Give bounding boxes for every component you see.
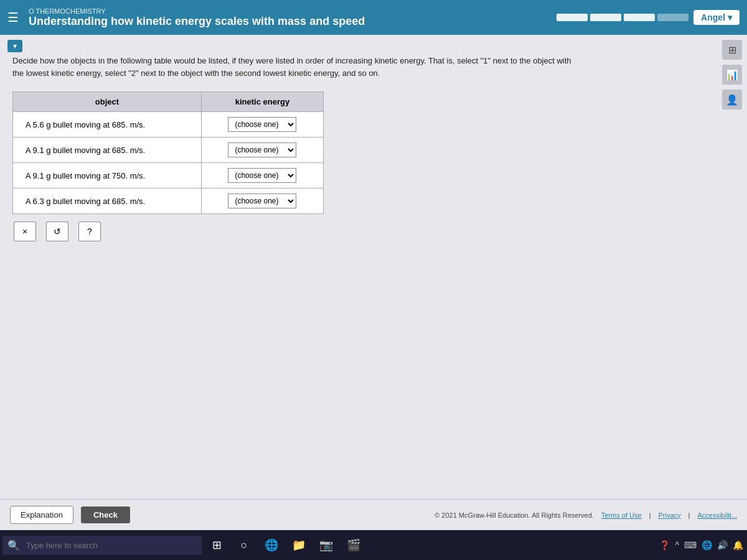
person-icon-button[interactable]: 👤 [722,90,742,110]
grid-icon-button[interactable]: ⊞ [722,40,742,60]
object-cell-0: A 5.6 g bullet moving at 685. m/s. [13,112,202,138]
copyright-text: © 2021 McGraw-Hill Education. All Rights… [435,511,594,519]
keyboard-icon[interactable]: ⌨ [683,539,698,551]
terms-link[interactable]: Terms of Use [601,511,642,519]
kinetic-select-2[interactable]: (choose one)1234 [228,168,296,183]
close-icon: × [22,226,27,236]
edge-icon: 🌐 [265,538,278,552]
undo-icon: ↺ [54,226,61,236]
kinetic-cell-0: (choose one)1234 [201,112,323,138]
close-button[interactable]: × [14,222,36,241]
top-bar-title: O THERMOCHEMISTRY Understanding how kine… [29,7,365,28]
table-row: A 9.1 g bullet moving at 685. m/s.(choos… [13,138,324,163]
help-button[interactable]: ? [78,222,101,241]
progress-segment-4 [657,14,688,21]
person-icon: 👤 [726,94,738,106]
camera-icon: 📷 [319,538,333,552]
separator-1: | [649,511,651,519]
bottom-bar: Explanation Check © 2021 McGraw-Hill Edu… [0,499,747,530]
chart-icon-button[interactable]: 📊 [722,65,742,85]
network-icon[interactable]: 🌐 [700,539,713,551]
chart-icon: 📊 [726,69,738,81]
bottom-right: © 2021 McGraw-Hill Education. All Rights… [435,511,737,519]
table-row: A 9.1 g bullet moving at 750. m/s.(choos… [13,163,324,189]
taskbar-media-button[interactable]: 🎬 [341,533,366,558]
taskbar-camera-button[interactable]: 📷 [314,533,339,558]
kinetic-energy-table: object kinetic energy A 5.6 g bullet mov… [12,91,324,214]
undo-button[interactable]: ↺ [46,222,68,241]
folder-icon: 📁 [292,538,306,552]
taskbar: 🔍 ⊞ ○ 🌐 📁 📷 🎬 ❓ ^ ⌨ 🌐 🔊 🔔 [0,530,747,560]
kinetic-select-3[interactable]: (choose one)1234 [228,194,296,208]
privacy-link[interactable]: Privacy [659,511,681,519]
kinetic-select-0[interactable]: (choose one)1234 [228,117,296,132]
accessibility-link[interactable]: Accessibilit... [697,511,737,519]
top-bar-right: Angel ▾ [557,10,740,25]
notification-icon[interactable]: 🔔 [731,539,745,551]
progress-segment-2 [590,14,621,21]
main-content: Decide how the objects in the following … [0,35,747,499]
taskbar-search-wrapper: 🔍 [2,536,202,555]
progress-segment-3 [624,14,655,21]
search-icon: 🔍 [7,539,20,551]
taskbar-windows-button[interactable]: ⊞ [204,533,229,558]
table-row: A 6.3 g bullet moving at 685. m/s.(choos… [13,189,324,214]
kinetic-cell-2: (choose one)1234 [201,163,323,189]
kinetic-cell-3: (choose one)1234 [201,189,323,214]
chevron-up-icon[interactable]: ^ [674,539,680,551]
instructions-text: Decide how the objects in the following … [12,55,573,79]
hamburger-icon[interactable]: ☰ [7,10,19,25]
top-bar: ☰ O THERMOCHEMISTRY Understanding how ki… [0,0,747,35]
collapse-button[interactable]: ▾ [7,40,22,52]
col-kinetic-header: kinetic energy [201,92,323,112]
volume-icon[interactable]: 🔊 [716,539,729,551]
grid-icon: ⊞ [728,44,736,56]
explanation-button[interactable]: Explanation [10,506,73,524]
top-bar-main-title: Understanding how kinetic energy scales … [29,15,365,28]
taskbar-cortana-button[interactable]: ○ [232,533,256,558]
media-icon: 🎬 [347,538,360,552]
object-cell-3: A 6.3 g bullet moving at 685. m/s. [13,189,202,214]
windows-icon: ⊞ [212,538,222,552]
progress-bar [557,14,688,21]
taskbar-folder-button[interactable]: 📁 [286,533,311,558]
app-window: ☰ O THERMOCHEMISTRY Understanding how ki… [0,0,747,530]
object-cell-2: A 9.1 g bullet moving at 750. m/s. [13,163,202,189]
check-button[interactable]: Check [81,506,130,523]
table-row: A 5.6 g bullet moving at 685. m/s.(choos… [13,112,324,138]
user-menu-button[interactable]: Angel ▾ [693,10,740,25]
progress-segment-1 [557,14,588,21]
action-row: × ↺ ? [14,222,735,241]
top-bar-subtitle: O THERMOCHEMISTRY [29,7,365,15]
object-cell-1: A 9.1 g bullet moving at 685. m/s. [13,138,202,163]
taskbar-edge-button[interactable]: 🌐 [259,533,284,558]
help-icon: ? [87,226,92,236]
right-icons-panel: ⊞ 📊 👤 [722,40,742,110]
col-object-header: object [13,92,202,112]
chevron-down-icon: ▾ [728,12,732,22]
search-input[interactable] [24,536,197,555]
bottom-left: Explanation Check [10,506,130,524]
kinetic-cell-1: (choose one)1234 [201,138,323,163]
question-icon[interactable]: ❓ [658,539,671,551]
cortana-icon: ○ [241,539,248,552]
separator-2: | [688,511,690,519]
kinetic-select-1[interactable]: (choose one)1234 [228,142,296,157]
taskbar-right: ❓ ^ ⌨ 🌐 🔊 🔔 [658,539,745,551]
content-area: ▾ ⊞ 📊 👤 Decide how the objects in the fo… [0,35,747,530]
user-name: Angel [701,12,725,22]
